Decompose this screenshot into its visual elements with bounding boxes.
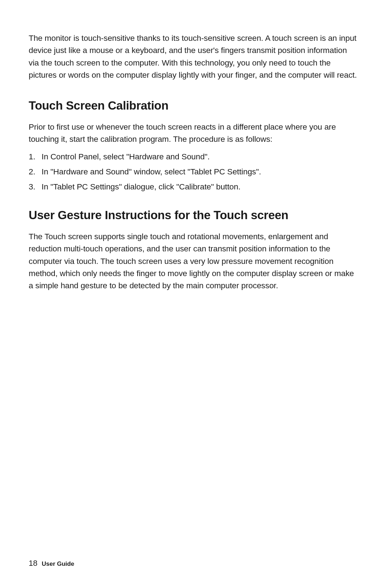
gesture-paragraph: The Touch screen supports single touch a… bbox=[29, 231, 358, 292]
list-item: In Control Panel, select "Hardware and S… bbox=[29, 151, 358, 163]
calibration-paragraph: Prior to first use or whenever the touch… bbox=[29, 121, 358, 146]
footer-label: User Guide bbox=[42, 560, 74, 568]
page-content: The monitor is touch-sensitive thanks to… bbox=[0, 0, 387, 292]
intro-paragraph: The monitor is touch-sensitive thanks to… bbox=[29, 32, 358, 82]
list-item: In "Hardware and Sound" window, select "… bbox=[29, 166, 358, 178]
page-number: 18 bbox=[29, 559, 37, 568]
section-heading-calibration: Touch Screen Calibration bbox=[29, 99, 358, 112]
page-footer: 18 User Guide bbox=[29, 559, 74, 568]
list-item: In "Tablet PC Settings" dialogue, click … bbox=[29, 181, 358, 193]
section-heading-gesture: User Gesture Instructions for the Touch … bbox=[29, 208, 358, 222]
calibration-steps-list: In Control Panel, select "Hardware and S… bbox=[29, 151, 358, 193]
